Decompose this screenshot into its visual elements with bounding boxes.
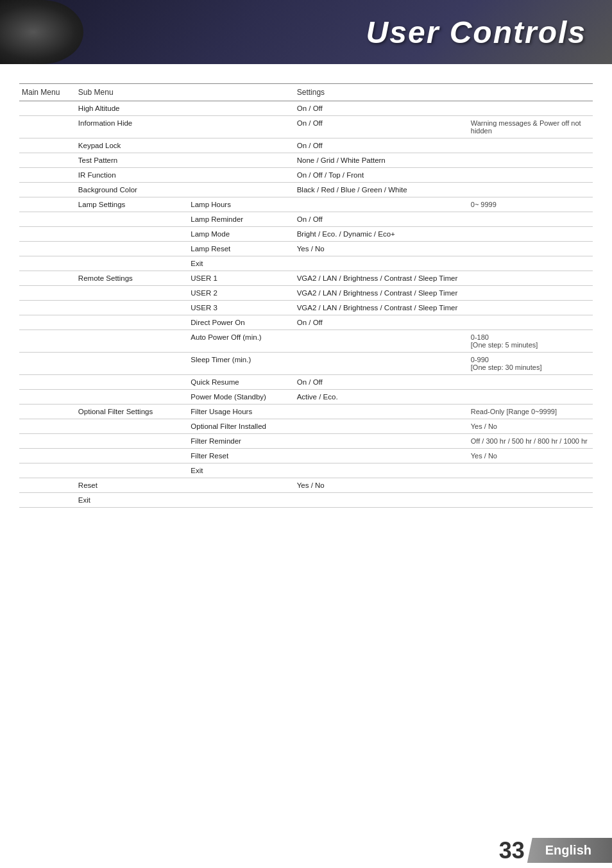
cell-notes bbox=[468, 153, 593, 168]
cell-settings: VGA2 / LAN / Brightness / Contrast / Sle… bbox=[294, 271, 468, 286]
cell-settings bbox=[294, 353, 468, 375]
cell-main bbox=[19, 286, 76, 301]
table-row: ResetYes / No bbox=[19, 478, 593, 493]
cell-notes bbox=[468, 183, 593, 197]
cell-sub bbox=[76, 301, 188, 315]
col-header-notes bbox=[468, 84, 593, 101]
cell-sub2: Lamp Hours bbox=[188, 197, 294, 212]
cell-settings: On / Off bbox=[294, 212, 468, 227]
menu-table: Main Menu Sub Menu Settings High Altitud… bbox=[19, 83, 593, 508]
table-row: Information HideOn / OffWarning messages… bbox=[19, 116, 593, 138]
cell-settings bbox=[294, 493, 468, 508]
footer: 33 English bbox=[0, 833, 612, 868]
cell-main bbox=[19, 463, 76, 478]
cell-sub bbox=[76, 315, 188, 330]
cell-sub bbox=[76, 330, 188, 353]
cell-sub bbox=[76, 242, 188, 256]
cell-sub: Reset bbox=[76, 478, 188, 493]
cell-sub bbox=[76, 390, 188, 405]
cell-sub2: Filter Usage Hours bbox=[188, 405, 294, 419]
table-row: Quick ResumeOn / Off bbox=[19, 375, 593, 390]
table-row: Lamp ResetYes / No bbox=[19, 242, 593, 256]
table-row: Power Mode (Standby)Active / Eco. bbox=[19, 390, 593, 405]
cell-settings: On / Off / Top / Front bbox=[294, 168, 468, 183]
cell-sub bbox=[76, 449, 188, 463]
cell-sub: Background Color bbox=[76, 183, 188, 197]
cell-settings: On / Off bbox=[294, 116, 468, 138]
cell-sub2: USER 2 bbox=[188, 286, 294, 301]
cell-settings bbox=[294, 419, 468, 434]
cell-settings: Bright / Eco. / Dynamic / Eco+ bbox=[294, 227, 468, 242]
table-row: Test PatternNone / Grid / White Pattern bbox=[19, 153, 593, 168]
language-badge: English bbox=[527, 838, 612, 863]
cell-settings bbox=[294, 405, 468, 419]
cell-settings bbox=[294, 463, 468, 478]
cell-settings bbox=[294, 256, 468, 271]
cell-settings: Yes / No bbox=[294, 242, 468, 256]
table-row: IR FunctionOn / Off / Top / Front bbox=[19, 168, 593, 183]
lens-decoration bbox=[0, 0, 83, 64]
table-row: USER 3VGA2 / LAN / Brightness / Contrast… bbox=[19, 301, 593, 315]
cell-sub2: Filter Reset bbox=[188, 449, 294, 463]
cell-main bbox=[19, 153, 76, 168]
cell-notes bbox=[468, 375, 593, 390]
cell-sub2: Exit bbox=[188, 256, 294, 271]
cell-sub2: Direct Power On bbox=[188, 315, 294, 330]
cell-sub bbox=[76, 212, 188, 227]
cell-sub: High Altitude bbox=[76, 101, 188, 116]
cell-sub2 bbox=[188, 183, 294, 197]
cell-sub bbox=[76, 463, 188, 478]
cell-notes bbox=[468, 271, 593, 286]
cell-main bbox=[19, 405, 76, 419]
cell-notes: Yes / No bbox=[468, 419, 593, 434]
cell-notes bbox=[468, 256, 593, 271]
cell-main bbox=[19, 419, 76, 434]
cell-sub: IR Function bbox=[76, 168, 188, 183]
cell-sub2: USER 1 bbox=[188, 271, 294, 286]
col-header-sub: Sub Menu bbox=[76, 84, 188, 101]
cell-sub bbox=[76, 419, 188, 434]
cell-notes bbox=[468, 242, 593, 256]
cell-sub2: Power Mode (Standby) bbox=[188, 390, 294, 405]
cell-main bbox=[19, 353, 76, 375]
table-row: USER 2VGA2 / LAN / Brightness / Contrast… bbox=[19, 286, 593, 301]
cell-notes: 0~ 9999 bbox=[468, 197, 593, 212]
table-row: Sleep Timer (min.)0-990[One step: 30 min… bbox=[19, 353, 593, 375]
cell-main bbox=[19, 390, 76, 405]
cell-main bbox=[19, 301, 76, 315]
cell-main bbox=[19, 138, 76, 153]
cell-sub bbox=[76, 375, 188, 390]
cell-notes bbox=[468, 212, 593, 227]
cell-notes bbox=[468, 478, 593, 493]
cell-settings: VGA2 / LAN / Brightness / Contrast / Sle… bbox=[294, 301, 468, 315]
cell-main bbox=[19, 434, 76, 449]
cell-sub: Keypad Lock bbox=[76, 138, 188, 153]
cell-main bbox=[19, 101, 76, 116]
cell-sub bbox=[76, 434, 188, 449]
table-row: High AltitudeOn / Off bbox=[19, 101, 593, 116]
cell-notes bbox=[468, 286, 593, 301]
table-row: Exit bbox=[19, 463, 593, 478]
cell-settings: On / Off bbox=[294, 375, 468, 390]
cell-sub2 bbox=[188, 101, 294, 116]
cell-notes bbox=[468, 227, 593, 242]
cell-settings bbox=[294, 449, 468, 463]
table-row: Exit bbox=[19, 493, 593, 508]
cell-settings: Yes / No bbox=[294, 478, 468, 493]
cell-sub2 bbox=[188, 153, 294, 168]
cell-notes: 0-180[One step: 5 minutes] bbox=[468, 330, 593, 353]
cell-sub2: Auto Power Off (min.) bbox=[188, 330, 294, 353]
cell-notes: 0-990[One step: 30 minutes] bbox=[468, 353, 593, 375]
table-row: Exit bbox=[19, 256, 593, 271]
cell-main bbox=[19, 493, 76, 508]
cell-main bbox=[19, 212, 76, 227]
table-row: Filter ReminderOff / 300 hr / 500 hr / 8… bbox=[19, 434, 593, 449]
table-row: Keypad LockOn / Off bbox=[19, 138, 593, 153]
table-row: Lamp ModeBright / Eco. / Dynamic / Eco+ bbox=[19, 227, 593, 242]
cell-sub: Information Hide bbox=[76, 116, 188, 138]
cell-sub2 bbox=[188, 493, 294, 508]
cell-notes bbox=[468, 101, 593, 116]
cell-settings bbox=[294, 197, 468, 212]
table-row: Auto Power Off (min.)0-180[One step: 5 m… bbox=[19, 330, 593, 353]
page-title: User Controls bbox=[366, 15, 586, 50]
